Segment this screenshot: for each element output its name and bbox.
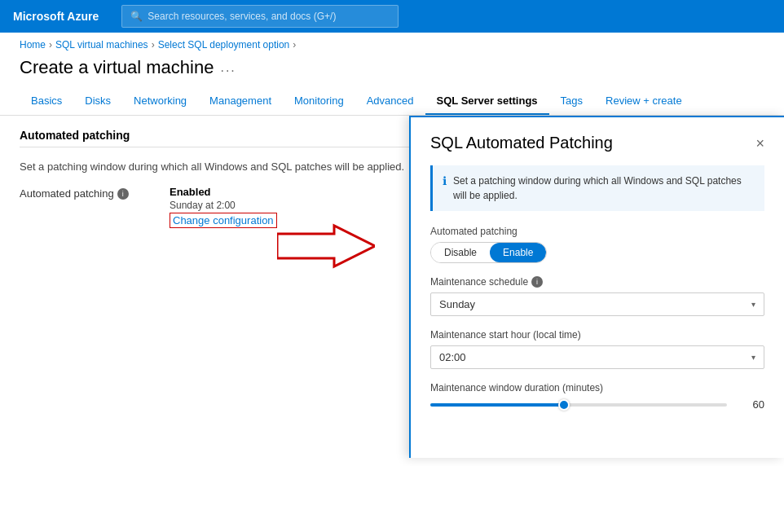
- duration-slider-track[interactable]: [430, 403, 727, 407]
- status-sub-text: Sunday at 2:00: [170, 200, 277, 211]
- panel-maintenance-start-label-text: Maintenance start hour (local time): [430, 329, 581, 341]
- panel-maintenance-duration-field: Maintenance window duration (minutes) 60: [430, 382, 764, 411]
- breadcrumb-select-option[interactable]: Select SQL deployment option: [158, 39, 290, 51]
- azure-logo: Microsoft Azure: [13, 10, 99, 23]
- tab-bar: Basics Disks Networking Management Monit…: [0, 88, 784, 116]
- tab-advanced[interactable]: Advanced: [355, 88, 425, 115]
- page-title-row: Create a virtual machine ...: [0, 54, 784, 88]
- panel-maintenance-schedule-field: Maintenance schedule i Sunday ▾: [430, 276, 764, 316]
- tab-basics[interactable]: Basics: [20, 88, 73, 115]
- breadcrumb-home[interactable]: Home: [20, 39, 46, 51]
- top-nav-bar: Microsoft Azure 🔍 Search resources, serv…: [0, 0, 784, 33]
- search-icon: 🔍: [130, 11, 143, 22]
- panel-maintenance-start-field: Maintenance start hour (local time) 02:0…: [430, 329, 764, 369]
- toggle-group: Disable Enable: [430, 242, 547, 263]
- panel-maintenance-duration-label-text: Maintenance window duration (minutes): [430, 382, 603, 394]
- panel-close-button[interactable]: ×: [755, 136, 764, 151]
- duration-slider-fill: [430, 403, 564, 407]
- dropdown-chevron-start-icon: ▾: [751, 353, 755, 362]
- arrow-indicator: [277, 222, 375, 273]
- panel-auto-patch-label: Automated patching: [430, 226, 764, 237]
- breadcrumb: Home › SQL virtual machines › Select SQL…: [0, 33, 784, 54]
- automated-patching-info-icon[interactable]: i: [117, 188, 129, 200]
- tab-networking[interactable]: Networking: [122, 88, 198, 115]
- breadcrumb-sep-3: ›: [293, 39, 296, 51]
- automated-patching-value: Enabled Sunday at 2:00 Change configurat…: [170, 186, 277, 228]
- page-menu-icon[interactable]: ...: [220, 60, 236, 75]
- status-enabled-text: Enabled: [170, 186, 277, 198]
- search-placeholder: Search resources, services, and docs (G+…: [148, 11, 336, 22]
- dropdown-chevron-icon: ▾: [751, 300, 755, 309]
- info-box-icon: ℹ: [443, 174, 447, 187]
- panel-maintenance-duration-label: Maintenance window duration (minutes): [430, 382, 764, 394]
- panel-maintenance-start-label: Maintenance start hour (local time): [430, 329, 764, 341]
- panel-title: SQL Automated Patching: [430, 134, 613, 152]
- change-configuration-link[interactable]: Change configuration: [170, 213, 277, 228]
- maintenance-start-dropdown[interactable]: 02:00 ▾: [430, 345, 764, 369]
- tab-sql-server-settings[interactable]: SQL Server settings: [425, 88, 549, 115]
- breadcrumb-sql-vms[interactable]: SQL virtual machines: [55, 39, 148, 51]
- maintenance-schedule-value: Sunday: [439, 298, 475, 310]
- tab-review-create[interactable]: Review + create: [594, 88, 694, 115]
- tab-monitoring[interactable]: Monitoring: [283, 88, 355, 115]
- page-title: Create a virtual machine: [20, 57, 214, 78]
- duration-slider-thumb[interactable]: [558, 399, 570, 411]
- main-content: Automated patching Set a patching window…: [0, 116, 784, 466]
- tab-disks[interactable]: Disks: [73, 88, 122, 115]
- panel-header: SQL Automated Patching ×: [430, 134, 764, 152]
- svg-marker-0: [277, 226, 375, 266]
- duration-slider-value: 60: [735, 398, 764, 411]
- disable-toggle-button[interactable]: Disable: [431, 243, 490, 262]
- tab-tags[interactable]: Tags: [549, 88, 594, 115]
- panel-auto-patch-field: Automated patching Disable Enable: [430, 226, 764, 263]
- tab-management[interactable]: Management: [198, 88, 283, 115]
- automated-patching-label: Automated patching i: [20, 186, 150, 200]
- maintenance-schedule-info-icon[interactable]: i: [531, 276, 543, 288]
- panel-info-box: ℹ Set a patching window during which all…: [430, 165, 764, 211]
- panel-auto-patch-label-text: Automated patching: [430, 226, 518, 237]
- global-search[interactable]: 🔍 Search resources, services, and docs (…: [121, 5, 399, 28]
- breadcrumb-sep-2: ›: [152, 39, 155, 51]
- maintenance-start-value: 02:00: [439, 351, 466, 363]
- duration-slider-container: 60: [430, 398, 764, 411]
- enable-toggle-button[interactable]: Enable: [490, 243, 546, 262]
- sql-automated-patching-panel: SQL Automated Patching × ℹ Set a patchin…: [409, 116, 784, 458]
- automated-patching-label-text: Automated patching: [20, 187, 114, 200]
- breadcrumb-sep-1: ›: [49, 39, 52, 51]
- right-arrow-icon: [277, 222, 375, 270]
- maintenance-schedule-dropdown[interactable]: Sunday ▾: [430, 292, 764, 316]
- panel-maintenance-schedule-label: Maintenance schedule i: [430, 276, 764, 288]
- info-box-text: Set a patching window during which all W…: [453, 174, 755, 203]
- panel-maintenance-schedule-label-text: Maintenance schedule: [430, 276, 528, 288]
